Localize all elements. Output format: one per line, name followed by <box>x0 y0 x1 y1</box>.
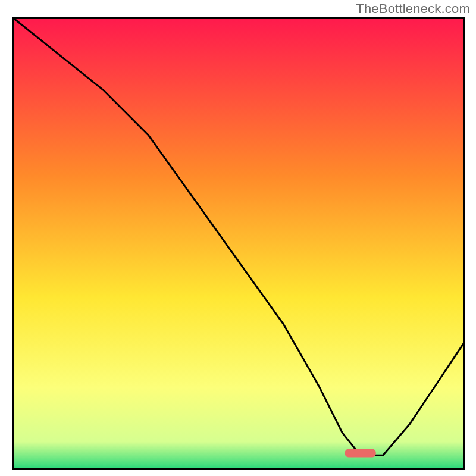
chart-svg <box>12 17 465 470</box>
watermark-text: TheBottleneck.com <box>356 1 470 17</box>
chart-plot <box>12 17 465 470</box>
gradient-fill <box>13 18 464 469</box>
minimum-marker <box>345 449 376 458</box>
chart-stage: TheBottleneck.com <box>0 0 476 476</box>
